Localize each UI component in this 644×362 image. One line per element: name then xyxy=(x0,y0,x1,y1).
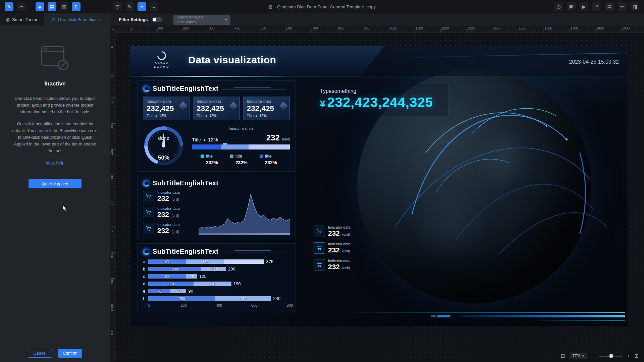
panel-footer: Cancel Confirm xyxy=(0,344,110,362)
window-title-text: - Qingshan Blue Data Panel General Templ… xyxy=(274,4,376,9)
layer-search-select[interactable]: Search for layers in the canvas ▾ xyxy=(173,15,230,25)
gauge-value: 50% xyxy=(143,155,184,161)
beautify-icon[interactable]: ✶ xyxy=(138,2,146,11)
zoom-slider[interactable] xyxy=(599,356,622,357)
kpi-value: 232 xyxy=(157,194,169,202)
ruler-number: 1600 xyxy=(545,26,552,30)
tutorial-icon[interactable]: ▤ xyxy=(605,2,614,11)
bar-track: 200100200 xyxy=(148,267,290,271)
edit-icon[interactable]: ✎ xyxy=(5,2,13,11)
widget-column: SubTitleEnglishText Indicator data 232,4… xyxy=(137,80,296,313)
kpi-label: Indicator data xyxy=(157,206,180,210)
stat-sub-label: Title xyxy=(247,114,254,118)
view-help-link[interactable]: View Help xyxy=(46,161,64,165)
bar-segment: 180 xyxy=(186,259,224,264)
quick-applied-button[interactable]: Quick Applied xyxy=(29,179,82,188)
ruler-number: 1000 xyxy=(110,304,114,311)
filter-icon[interactable]: ▽ xyxy=(113,2,122,11)
area-chart-wrap xyxy=(199,190,290,235)
fit-screen-button[interactable]: ⊞ xyxy=(634,353,639,359)
progress-title: Indicator data xyxy=(192,126,290,131)
ruler-number: 300 xyxy=(209,26,215,30)
tab-smart-theme[interactable]: ◎ Smart Theme xyxy=(0,13,44,25)
zoom-in-button[interactable]: + xyxy=(627,353,630,359)
axis-tick: 200 xyxy=(180,303,186,307)
kpi-row: Indicator data 232 (unit) xyxy=(143,206,194,219)
big-number-value: ¥ 232,423,244,325 xyxy=(320,95,442,110)
legend-top: title xyxy=(230,154,248,159)
legend-item: title 232% xyxy=(201,154,218,165)
panel-indicator-trend: SubTitleEnglishText xyxy=(137,175,296,240)
kpi-unit: (unit) xyxy=(172,230,179,234)
kpi-label: Indicator data xyxy=(328,242,351,246)
section-badge-icon xyxy=(143,85,150,92)
panel-toggle-icon[interactable]: ◨ xyxy=(631,2,639,11)
history-icon[interactable]: ◷ xyxy=(554,2,563,11)
ruler-number: 900 xyxy=(110,278,114,284)
panel-description-2: One-click beautification is not enabled … xyxy=(11,121,99,154)
chevron-down-icon: ▾ xyxy=(225,17,227,22)
dashboard-artboard[interactable]: DATAV BOARD Data visualization 2023-04-2… xyxy=(130,46,628,326)
canvas[interactable]: DATAV BOARD Data visualization 2023-04-2… xyxy=(116,33,644,362)
ruler-number: 0 xyxy=(110,46,114,48)
stat-card: Indicator data 232,425 Title ▲ 12% xyxy=(143,97,190,120)
section-header: SubTitleEnglishText xyxy=(143,179,290,187)
zoom-slider-knob[interactable] xyxy=(609,354,613,358)
kpi-value-line: 232 (unit) xyxy=(157,227,180,235)
inactive-title: Inactive xyxy=(11,80,99,87)
kpi-label: Indicator data xyxy=(157,223,180,227)
kpi-row: Indicator data 232 (unit) xyxy=(314,225,384,237)
zoom-out-button[interactable]: − xyxy=(591,353,594,359)
stat-label: Indicator data xyxy=(197,99,236,104)
cancel-button[interactable]: Cancel xyxy=(28,349,52,358)
stat-sub-label: Title xyxy=(147,114,153,118)
legend-value: 232% xyxy=(265,160,277,165)
ruler-number: 600 xyxy=(286,26,292,30)
kpi-value-line: 232 (unit) xyxy=(328,246,351,254)
ruler-number: 1200 xyxy=(441,26,449,30)
indicator-progress: Indicator data Title ▲ 12% 232 (unit) xyxy=(192,126,290,165)
layers-icon[interactable]: ≡ xyxy=(150,2,158,11)
kpi-value-line: 232 (unit) xyxy=(328,229,351,237)
help-icon[interactable]: ? xyxy=(592,2,601,11)
preview-icon[interactable]: ▶ xyxy=(580,2,588,11)
kpi-unit: (unit) xyxy=(342,266,350,270)
layout-icon[interactable]: ▥ xyxy=(60,2,68,11)
bar-row: f280170240 xyxy=(143,296,290,301)
bar-segment: 170 xyxy=(148,282,194,286)
tab-one-click-beautification[interactable]: ⊘ One-click Beautificati... xyxy=(44,13,110,25)
big-number-digits: 232,423,244,325 xyxy=(327,95,433,110)
theme-icon[interactable]: ▱ xyxy=(17,2,25,11)
decor-segment xyxy=(430,315,437,317)
confirm-button[interactable]: Confirm xyxy=(58,349,82,358)
data-source-icon[interactable]: ▤ xyxy=(48,2,56,11)
kpi-row: Indicator data 232 (unit) xyxy=(314,242,384,254)
kpi-row: Indicator data 232 (unit) xyxy=(143,223,194,235)
toolbar-left-icons: ✎▱◈▤▥▯ xyxy=(0,2,80,11)
screen-icon[interactable]: ⊡ xyxy=(561,353,565,359)
cart-icon xyxy=(143,207,154,218)
zoom-statusbar: ⊡ 77% ▾ − + ⊞ xyxy=(561,353,639,359)
ruler-number: 1300 xyxy=(467,26,475,30)
zoom-select[interactable]: 77% ▾ xyxy=(570,353,587,359)
filter-settings-toggle[interactable] xyxy=(152,17,162,22)
kpi-value: 232 xyxy=(328,263,340,270)
refresh-icon[interactable]: ↻ xyxy=(125,2,134,11)
template-icon: ▦ xyxy=(268,4,272,9)
publish-icon[interactable]: ⇨ xyxy=(618,2,627,11)
legend-label: title xyxy=(235,154,242,159)
kpi-big-number: Typesomething ¥ 232,423,244,325 xyxy=(314,84,448,116)
components-icon[interactable]: ◈ xyxy=(36,2,44,11)
search-placeholder: Search for layers in the canvas xyxy=(177,15,225,24)
ruler-number: 0 xyxy=(131,26,133,30)
dashboard-timestamp: 2023-04-25 15:09:32 xyxy=(569,59,619,65)
ruler-corner[interactable]: + xyxy=(110,26,116,33)
section-header: SubTitleEnglishText xyxy=(143,85,290,93)
kpi-text: Indicator data 232 (unit) xyxy=(328,242,351,254)
ruler-number: 400 xyxy=(235,26,240,30)
ruler-number: 600 xyxy=(110,201,114,206)
snapshot-icon[interactable]: ▣ xyxy=(567,2,576,11)
mobile-icon[interactable]: ▯ xyxy=(72,2,80,11)
toggle-knob xyxy=(153,18,156,21)
bar-total: 190 xyxy=(233,281,241,286)
